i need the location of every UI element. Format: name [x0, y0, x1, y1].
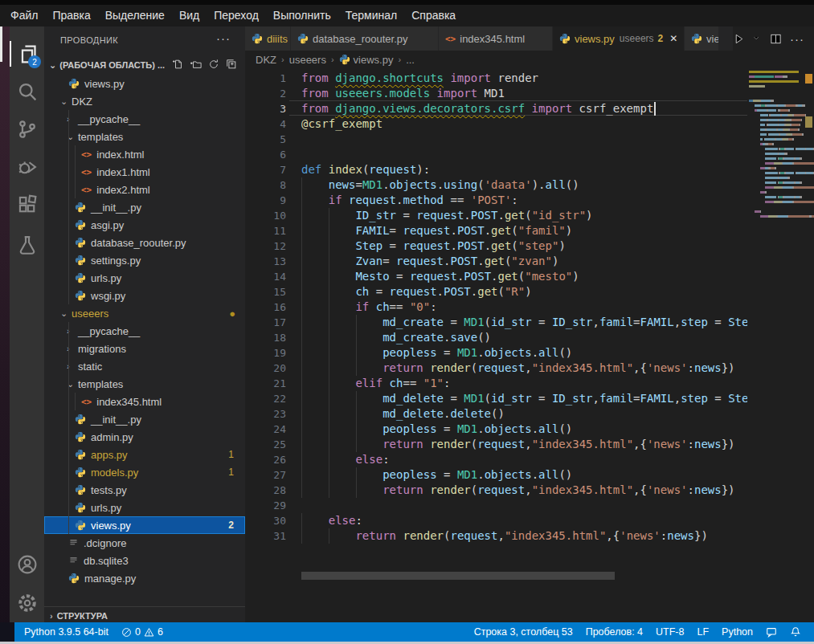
menu-item[interactable]: Выполнить [266, 5, 338, 26]
line-number[interactable]: 13 [245, 254, 286, 269]
tree-item-__pycache__[interactable]: ›__pycache__ [44, 322, 245, 340]
breadcrumb-item[interactable]: useeers [289, 54, 326, 66]
minimap[interactable] [747, 68, 804, 622]
files-icon[interactable]: 2 [10, 38, 44, 70]
testing-icon[interactable] [10, 229, 44, 261]
line-number[interactable]: 1 [245, 71, 286, 86]
tree-item-migrations[interactable]: ›migrations [44, 340, 245, 357]
status-encoding[interactable]: UTF-8 [649, 622, 690, 642]
line-number[interactable]: 28 [245, 483, 286, 498]
horizontal-scrollbar[interactable] [301, 572, 615, 580]
code-line[interactable]: if ch== "0": [301, 300, 437, 315]
workspace-section-header[interactable]: ⌄ (РАБОЧАЯ ОБЛАСТЬ) ... [44, 56, 245, 74]
tab-vie[interactable]: vie [685, 26, 719, 51]
code-line[interactable]: peopless = MD1.objects.all() [301, 422, 572, 437]
tree-item-admin.py[interactable]: admin.py [44, 428, 245, 446]
code-line[interactable]: else: [301, 452, 390, 467]
line-number[interactable]: 22 [245, 391, 286, 406]
line-number[interactable]: 17 [245, 315, 286, 330]
refresh-icon[interactable] [208, 59, 219, 71]
line-number[interactable]: 4 [245, 116, 286, 132]
menu-item[interactable]: Вид [172, 5, 207, 26]
tree-item-useeers[interactable]: ⌄useeers● [44, 304, 245, 322]
line-number[interactable]: 16 [245, 300, 286, 315]
status-eol[interactable]: LF [690, 622, 715, 642]
status-interpreter[interactable]: Python 3.9.5 64-bit [18, 622, 115, 642]
extensions-icon[interactable] [10, 189, 44, 221]
run-debug-icon[interactable] [10, 151, 44, 183]
tree-item-asgi.py[interactable]: asgi.py [44, 216, 245, 234]
line-number[interactable]: 5 [245, 132, 286, 147]
line-number[interactable]: 21 [245, 376, 286, 391]
code-line[interactable]: Step = request.POST.get("step") [301, 238, 566, 254]
tab-database_roouter.py[interactable]: database_roouter.py [291, 26, 439, 51]
code-line[interactable]: md_create.save() [301, 330, 491, 345]
line-number[interactable]: 10 [245, 208, 286, 223]
tree-item-tests.py[interactable]: tests.py [44, 481, 245, 499]
code-line[interactable]: ch = request.POST.get("R") [301, 284, 532, 300]
code-line[interactable]: md_delete.delete() [301, 406, 505, 422]
status-indentation[interactable]: Пробелов: 4 [579, 622, 649, 642]
run-dropdown-icon[interactable] [753, 35, 762, 43]
tree-item-DKZ[interactable]: ⌄DKZ [44, 92, 245, 110]
code-line[interactable]: return render(request,"index345.html",{'… [301, 361, 735, 376]
status-cursor-position[interactable]: Строка 3, столбец 53 [468, 622, 579, 642]
line-number[interactable]: 24 [245, 422, 286, 437]
code-line[interactable]: Mesto = request.POST.get("mesto") [301, 269, 579, 284]
line-number[interactable]: 7 [245, 162, 286, 177]
tree-item-index1.html[interactable]: <>index1.html [44, 163, 245, 181]
line-number[interactable]: 23 [245, 406, 286, 422]
line-number[interactable]: 2 [245, 86, 286, 101]
menu-item[interactable]: Файл [3, 5, 45, 26]
line-number[interactable]: 18 [245, 330, 286, 345]
code-line[interactable]: elif ch== "1": [301, 376, 450, 391]
tree-item-manage.py[interactable]: manage.py [44, 569, 245, 587]
tree-item-views.py[interactable]: views.py2 [44, 516, 245, 534]
code-line[interactable]: else: [301, 513, 362, 528]
tree-item-index2.html[interactable]: <>index2.html [44, 181, 245, 198]
line-number[interactable]: 30 [245, 513, 286, 528]
code-line[interactable]: return render(request,"index345.html",{'… [301, 528, 708, 544]
tree-item-.dcignore[interactable]: .dcignore [44, 534, 245, 552]
menu-item[interactable]: Терминал [338, 5, 404, 26]
code-editor[interactable]: 1from django.shortcuts import render2fro… [245, 68, 814, 622]
line-number[interactable]: 8 [245, 177, 286, 193]
sidebar-more-icon[interactable]: ··· [216, 31, 231, 45]
tree-item-templates[interactable]: ⌄templates [44, 128, 245, 145]
code-line[interactable]: def index(request): [301, 162, 430, 177]
tree-item-models.py[interactable]: models.py1 [44, 463, 245, 481]
code-line[interactable]: return render(request,"index345.html",{'… [301, 483, 735, 498]
menu-item[interactable]: Выделение [98, 5, 172, 26]
tree-item-index.html[interactable]: <>index.html [44, 145, 245, 163]
line-number[interactable]: 27 [245, 467, 286, 483]
line-number[interactable]: 26 [245, 452, 286, 467]
code-line[interactable]: from django.views.decorators.csrf import… [301, 101, 653, 116]
tree-item-__pycache__[interactable]: ›__pycache__ [44, 110, 245, 128]
line-number[interactable]: 20 [245, 361, 286, 376]
code-line[interactable]: peopless = MD1.objects.all() [301, 467, 572, 483]
search-icon[interactable] [10, 75, 44, 108]
run-icon[interactable] [733, 33, 745, 45]
tree-item-__init__.py[interactable]: __init__.py [44, 410, 245, 428]
status-problems[interactable]: 06 [115, 622, 170, 642]
tree-item-templates[interactable]: ⌄templates [44, 375, 245, 393]
tree-item-views.py[interactable]: views.py [44, 75, 245, 92]
menu-item[interactable]: Справка [404, 5, 463, 26]
line-number[interactable]: 12 [245, 238, 286, 254]
status-feedback-icon[interactable] [759, 622, 783, 642]
line-number[interactable]: 9 [245, 193, 286, 208]
new-folder-icon[interactable] [190, 59, 202, 71]
code-line[interactable]: news=MD1.objects.using('daata').all() [301, 177, 579, 193]
line-number[interactable]: 29 [245, 498, 286, 513]
tree-item-static[interactable]: ›static [44, 357, 245, 375]
close-icon[interactable]: ✕ [669, 33, 677, 44]
line-number[interactable]: 3 [245, 101, 286, 116]
tree-item-urls.py[interactable]: urls.py [44, 499, 245, 516]
line-number[interactable]: 6 [245, 147, 286, 162]
code-line[interactable]: FAMIL= request.POST.get("famil") [301, 223, 572, 238]
tree-item-wsgi.py[interactable]: wsgi.py [44, 287, 245, 304]
status-language-mode[interactable]: Python [715, 622, 759, 642]
tab-index345.html[interactable]: <>index345.html [439, 26, 553, 51]
collapse-all-icon[interactable] [226, 59, 237, 71]
tab-views.py[interactable]: views.pyuseeers2✕ [553, 26, 685, 51]
